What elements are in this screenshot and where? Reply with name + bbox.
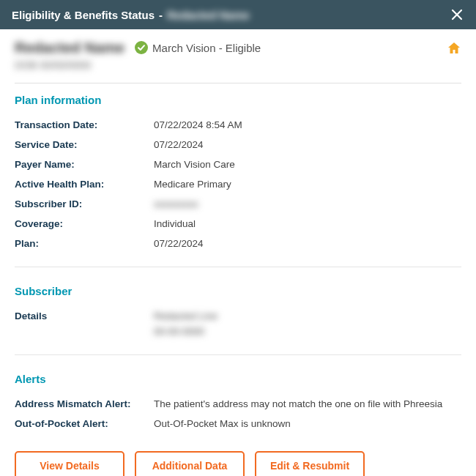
subscriber-detail-line-2: 00-00-0000 [154, 326, 461, 337]
row-address-mismatch: Address Mismatch Alert: The patient's ad… [15, 394, 461, 414]
view-details-button[interactable]: View Details [15, 451, 124, 476]
row-subscriber-id: Subscriber ID: xxxxxxxxx [15, 194, 461, 214]
subscriber-detail-line-1: Redacted Line [154, 310, 461, 321]
status-text: March Vision - Eligible [152, 42, 261, 54]
action-buttons: View Details Additional Data Edit & Resu… [0, 439, 476, 476]
titlebar-title-group: Eligibility & Benefits Status - Redacted… [12, 9, 250, 21]
value-oop-alert: Out-Of-Pocket Max is unknown [154, 418, 461, 429]
section-divider-1 [15, 267, 461, 267]
label-plan: Plan: [15, 238, 154, 249]
value-transaction-date: 07/22/2024 8:54 AM [154, 119, 461, 130]
patient-header: Redacted Name DOB 00/00/0000 March Visio… [0, 29, 476, 78]
plan-information-section: Plan information Transaction Date: 07/22… [0, 83, 476, 259]
close-icon[interactable] [450, 7, 464, 22]
value-plan: 07/22/2024 [154, 238, 461, 249]
label-transaction-date: Transaction Date: [15, 119, 154, 130]
row-coverage: Coverage: Individual [15, 214, 461, 234]
row-oop-alert: Out-of-Pocket Alert: Out-Of-Pocket Max i… [15, 414, 461, 434]
section-title-subscriber: Subscriber [15, 285, 461, 297]
value-subscriber-details: Redacted Line 00-00-0000 [154, 310, 461, 337]
row-subscriber-details: Details Redacted Line 00-00-0000 [15, 306, 461, 341]
header-left: Redacted Name DOB 00/00/0000 March Visio… [15, 40, 261, 71]
titlebar-patient-name: Redacted Name [167, 9, 250, 21]
patient-identity: Redacted Name DOB 00/00/0000 [15, 40, 124, 71]
section-title-plan: Plan information [15, 94, 461, 106]
patient-dob: DOB 00/00/0000 [15, 59, 124, 71]
label-subscriber-details: Details [15, 310, 154, 337]
patient-name: Redacted Name [15, 40, 124, 56]
edit-resubmit-button[interactable]: Edit & Resubmit [255, 451, 365, 476]
dialog-title: Eligibility & Benefits Status [12, 9, 155, 21]
label-active-plan: Active Health Plan: [15, 179, 154, 190]
label-coverage: Coverage: [15, 218, 154, 229]
check-circle-icon [135, 41, 148, 54]
eligibility-status: March Vision - Eligible [135, 41, 261, 54]
subscriber-section: Subscriber Details Redacted Line 00-00-0… [0, 275, 476, 347]
label-subscriber-id: Subscriber ID: [15, 198, 154, 209]
row-transaction-date: Transaction Date: 07/22/2024 8:54 AM [15, 115, 461, 135]
section-divider-2 [15, 354, 461, 355]
value-subscriber-id: xxxxxxxxx [154, 198, 461, 209]
section-title-alerts: Alerts [15, 373, 461, 385]
value-payer-name: March Vision Care [154, 159, 461, 170]
dialog-titlebar: Eligibility & Benefits Status - Redacted… [0, 0, 476, 29]
label-payer-name: Payer Name: [15, 159, 154, 170]
alerts-section: Alerts Address Mismatch Alert: The patie… [0, 362, 476, 439]
value-coverage: Individual [154, 218, 461, 229]
value-active-plan: Medicare Primary [154, 179, 461, 190]
label-service-date: Service Date: [15, 139, 154, 150]
additional-data-button[interactable]: Additional Data [135, 451, 245, 476]
row-payer-name: Payer Name: March Vision Care [15, 155, 461, 174]
home-icon[interactable] [447, 41, 461, 58]
label-address-mismatch: Address Mismatch Alert: [15, 398, 154, 409]
value-service-date: 07/22/2024 [154, 139, 461, 150]
value-address-mismatch: The patient's address may not match the … [154, 398, 461, 409]
row-plan: Plan: 07/22/2024 [15, 234, 461, 253]
title-separator: - [159, 9, 163, 21]
label-oop-alert: Out-of-Pocket Alert: [15, 418, 154, 429]
row-active-plan: Active Health Plan: Medicare Primary [15, 174, 461, 194]
row-service-date: Service Date: 07/22/2024 [15, 135, 461, 155]
svg-point-0 [135, 41, 148, 54]
